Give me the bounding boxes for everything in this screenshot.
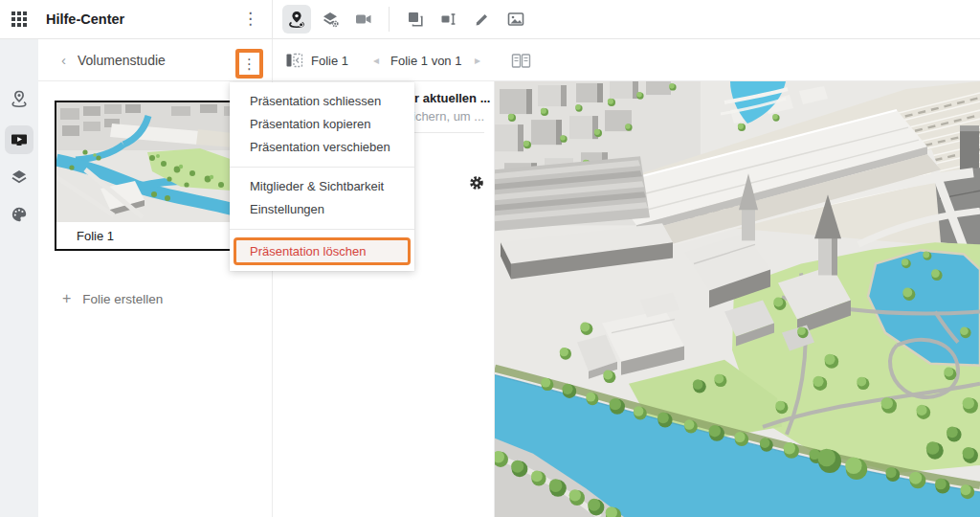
palette-icon	[10, 205, 29, 224]
props-text-line2: ichern, um ...	[412, 109, 484, 124]
book-icon	[511, 53, 531, 69]
panel-toggle-icon	[285, 52, 303, 69]
tutorial-highlight-delete: Präsentation löschen	[234, 237, 411, 265]
presentation-title: Volumenstudie	[78, 53, 166, 68]
menu-item-copy-presentation[interactable]: Präsentation kopieren	[230, 113, 414, 136]
rename-icon	[439, 10, 458, 29]
menu-item-move-presentation[interactable]: Präsentation verschieben	[230, 136, 414, 159]
slide-label: Folie 1	[56, 222, 249, 243]
apps-grid-button[interactable]	[0, 0, 38, 38]
header-kebab-menu-button[interactable]: ⋮	[242, 11, 258, 27]
edit-button[interactable]	[468, 5, 497, 34]
slides-panel-header: ‹ Volumenstudie ⋮	[38, 39, 272, 81]
duplicate-slide-button[interactable]	[401, 5, 430, 34]
gear-icon	[469, 175, 484, 191]
create-slide-label: Folie erstellen	[82, 292, 163, 306]
slide-thumbnail-map	[56, 102, 249, 222]
app-title: Hilfe-Center	[46, 11, 124, 27]
app-header: Hilfe-Center ⋮	[0, 0, 273, 39]
rail-item-styles[interactable]	[5, 200, 33, 229]
slide-toolbar: Folie 1 ◂ Folie 1 von 1 ▸	[273, 39, 980, 81]
duplicate-icon	[406, 10, 425, 29]
apps-grid-icon	[11, 11, 28, 28]
camera-icon	[354, 10, 373, 29]
layer-settings-button[interactable]	[316, 5, 345, 34]
tutorial-highlight-kebab: ⋮	[235, 49, 263, 79]
layers-icon	[10, 168, 29, 187]
rail-item-presentations[interactable]	[5, 125, 33, 154]
layer-settings-icon	[321, 10, 340, 29]
image-button[interactable]	[501, 5, 530, 34]
slide-thumbnail-card[interactable]: Folie 1	[55, 101, 251, 251]
scene-location-icon	[287, 10, 306, 29]
map-pin-icon	[10, 89, 29, 108]
presentation-icon	[10, 130, 29, 149]
toolbar-divider	[389, 7, 390, 32]
image-icon	[506, 10, 525, 29]
next-slide-button[interactable]: ▸	[475, 39, 480, 81]
plus-icon: +	[62, 290, 71, 307]
camera-button[interactable]	[349, 5, 378, 34]
menu-item-delete-presentation[interactable]: Präsentation löschen	[236, 240, 408, 262]
menu-item-members-visibility[interactable]: Mitglieder & Sichtbarkeit	[230, 175, 414, 198]
rename-slide-button[interactable]	[434, 5, 463, 34]
menu-item-settings[interactable]: Einstellungen	[230, 198, 414, 221]
map-viewport[interactable]	[495, 81, 980, 517]
menu-item-close-presentation[interactable]: Präsentation schliessen	[230, 90, 414, 113]
prev-chevron-icon: ◂	[373, 54, 379, 67]
app-window: Hilfe-Center ⋮	[0, 0, 980, 517]
current-slide-name: Folie 1	[311, 39, 348, 81]
map-3d-scene	[495, 81, 980, 517]
panel-toggle-button[interactable]	[285, 39, 303, 81]
menu-divider	[230, 229, 414, 230]
main-toolbar	[273, 0, 980, 39]
props-text-line1: r aktuellen ...	[414, 91, 490, 105]
rail-item-places[interactable]	[5, 84, 33, 113]
presentation-kebab-menu-button[interactable]: ⋮	[242, 56, 256, 71]
presentation-context-menu: Präsentation schliessen Präsentation kop…	[230, 82, 414, 271]
next-chevron-icon: ▸	[475, 54, 480, 67]
left-rail	[0, 39, 38, 517]
prev-slide-button[interactable]: ◂	[373, 39, 379, 81]
slide-counter: Folie 1 von 1	[390, 39, 461, 81]
menu-divider	[230, 167, 414, 168]
rail-item-layers[interactable]	[5, 163, 33, 191]
present-mode-button[interactable]	[511, 39, 531, 81]
settings-gear-button[interactable]	[469, 175, 484, 194]
back-chevron-button[interactable]: ‹	[61, 52, 66, 68]
pencil-icon	[473, 10, 492, 29]
scene-location-button[interactable]	[282, 5, 311, 34]
create-slide-button[interactable]: + Folie erstellen	[62, 290, 163, 307]
